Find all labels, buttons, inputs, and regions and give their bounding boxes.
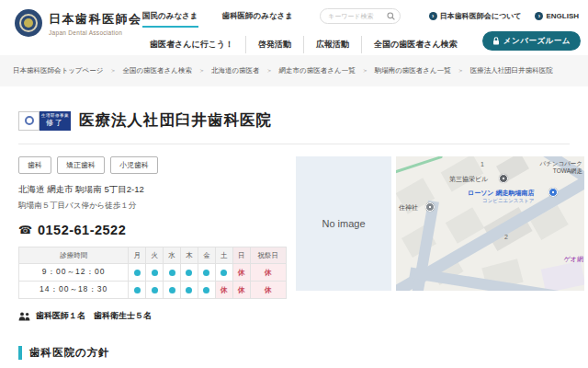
phone-number: 0152-61-2522 bbox=[38, 223, 126, 237]
lock-icon bbox=[492, 37, 500, 45]
keyword-search[interactable] bbox=[320, 8, 401, 24]
members-room-button[interactable]: メンバーズルーム bbox=[482, 31, 581, 51]
about-jda-label: 日本歯科医師会について bbox=[440, 11, 522, 21]
secondary-nav: 歯医者さんに行こう！ 啓発活動 広報活動 全国の歯医者さん検索 bbox=[138, 36, 469, 53]
jda-emblem-icon bbox=[15, 9, 42, 37]
section-accent-bar bbox=[18, 346, 22, 360]
badge-program-label: 生涯研修事業 bbox=[41, 114, 69, 119]
policy-section-header: 歯科医院の方針 bbox=[18, 346, 584, 360]
hours-header-holiday: 祝祭日 bbox=[250, 247, 286, 264]
media-column: No image 1 bbox=[296, 156, 584, 291]
hours-cell bbox=[164, 282, 181, 299]
hours-cell bbox=[129, 282, 146, 299]
map-label-pachinko-line1: パチンコパーク bbox=[540, 160, 582, 167]
map-label-lawson: ローソン 網走駒場南店 bbox=[468, 190, 534, 197]
search-input[interactable] bbox=[328, 13, 387, 19]
tag-pediatric: 小児歯科 bbox=[110, 156, 158, 174]
hours-row-afternoon: 14：00～18：30 休 休 休 bbox=[19, 282, 287, 299]
breadcrumb-separator: ＞ bbox=[266, 66, 273, 75]
search-icon[interactable] bbox=[387, 12, 395, 20]
map-label-pachinko: パチンコパーク TOWA網走 bbox=[540, 160, 582, 175]
nav-item-go-to-dentist[interactable]: 歯医者さんに行こう！ bbox=[138, 36, 245, 53]
nav-item-dentist-search[interactable]: 全国の歯医者さん検索 bbox=[361, 36, 469, 53]
hours-cell bbox=[215, 264, 232, 282]
hours-cell bbox=[146, 282, 164, 299]
main-content: 生涯研修事業 修了 医療法人社団臼井歯科医院 歯科 矯正歯科 小児歯科 北海道 … bbox=[0, 110, 588, 360]
open-dot-icon bbox=[169, 270, 175, 276]
breadcrumb-separator: ＞ bbox=[109, 66, 116, 75]
hours-row-morning: 9：00～12：00 休 休 bbox=[19, 264, 287, 282]
clinic-detail: 歯科 矯正歯科 小児歯科 北海道 網走市 駒場南 5丁目2-12 駒場南５丁目バ… bbox=[18, 156, 584, 322]
hours-cell: 休 bbox=[232, 282, 250, 299]
phone-icon: ☎ bbox=[18, 224, 32, 236]
open-dot-icon bbox=[169, 287, 175, 293]
open-dot-icon bbox=[203, 287, 209, 293]
about-jda-link[interactable]: 日本歯科医師会について bbox=[429, 11, 522, 21]
map-label-lawson-sub: コンビニエンスストア bbox=[482, 198, 534, 204]
open-dot-icon bbox=[220, 270, 227, 276]
badge-completed-label: 修了 bbox=[46, 120, 64, 127]
hours-header-wed: 水 bbox=[164, 247, 181, 264]
open-dot-icon bbox=[134, 287, 141, 293]
tag-orthodontics: 矯正歯科 bbox=[57, 156, 105, 174]
clinic-photo-placeholder: No image bbox=[296, 156, 391, 291]
map-label-shrine: 住神社 bbox=[399, 204, 418, 212]
map-label-geo: ゲオ網 bbox=[564, 256, 583, 263]
clinic-address: 北海道 網走市 駒場南 5丁目2-12 bbox=[18, 184, 287, 196]
hours-header-sun: 日 bbox=[232, 247, 250, 264]
hours-cell: 休 bbox=[232, 264, 250, 282]
breadcrumb-separator: ＞ bbox=[198, 66, 205, 75]
map-plot-number: 2 bbox=[504, 234, 508, 241]
hours-cell bbox=[181, 264, 198, 282]
breadcrumb: 日本歯科医師会トップページ ＞ 全国の歯医者さん検索 ＞ 北海道の歯医者 ＞ 網… bbox=[0, 55, 588, 86]
map-marker-lawson[interactable] bbox=[548, 188, 558, 197]
hours-cell bbox=[181, 282, 198, 299]
hours-cell bbox=[198, 282, 215, 299]
hours-time: 14：00～18：30 bbox=[19, 282, 129, 299]
open-dot-icon bbox=[203, 270, 209, 276]
open-dot-icon bbox=[186, 270, 192, 276]
map-marker-shrine[interactable] bbox=[425, 202, 435, 212]
no-image-label: No image bbox=[322, 218, 365, 229]
certification-badge-icon: 生涯研修事業 修了 bbox=[18, 111, 71, 131]
people-icon bbox=[18, 312, 30, 321]
office-hours-table: 診療時間 月 火 水 木 金 土 日 祝祭日 9：00～12：00 bbox=[18, 247, 287, 299]
map-marker-building[interactable] bbox=[499, 174, 508, 183]
hours-header-thu: 木 bbox=[181, 247, 198, 264]
logo-text: 日本歯科医師会 Japan Dental Association bbox=[49, 11, 142, 36]
arrow-circle-icon bbox=[535, 12, 543, 20]
map-label-pachinko-line2: TOWA網走 bbox=[540, 167, 582, 175]
clinic-name: 医療法人社団臼井歯科医院 bbox=[79, 110, 272, 131]
site-logo[interactable]: 日本歯科医師会 Japan Dental Association bbox=[15, 9, 142, 37]
map-block bbox=[541, 261, 584, 291]
breadcrumb-home[interactable]: 日本歯科医師会トップページ bbox=[13, 66, 103, 75]
arrow-circle-icon bbox=[429, 12, 437, 20]
breadcrumb-abashiri[interactable]: 網走市の歯医者さん一覧 bbox=[279, 66, 356, 75]
breadcrumb-current: 医療法人社団臼井歯科医院 bbox=[470, 66, 553, 75]
specialty-tags: 歯科 矯正歯科 小児歯科 bbox=[18, 156, 287, 174]
open-dot-icon bbox=[152, 270, 158, 276]
policy-section-title: 歯科医院の方針 bbox=[29, 346, 110, 360]
nav-tab-citizens[interactable]: 国民のみなさま bbox=[142, 11, 198, 28]
clinic-info-column: 歯科 矯正歯科 小児歯科 北海道 網走市 駒場南 5丁目2-12 駒場南５丁目バ… bbox=[18, 156, 287, 322]
nav-tab-dentists[interactable]: 歯科医師のみなさま bbox=[222, 11, 294, 28]
hours-time: 9：00～12：00 bbox=[19, 264, 129, 282]
site-header: 日本歯科医師会 Japan Dental Association 国民のみなさま… bbox=[0, 0, 588, 55]
hours-cell bbox=[164, 264, 181, 282]
english-link[interactable]: ENGLISH bbox=[535, 11, 579, 21]
hours-header-tue: 火 bbox=[146, 247, 164, 264]
members-room-label: メンバーズルーム bbox=[503, 36, 571, 47]
breadcrumb-komabaminami[interactable]: 駒場南の歯医者さん一覧 bbox=[375, 66, 451, 75]
nav-item-pr[interactable]: 広報活動 bbox=[303, 36, 361, 53]
nav-item-awareness[interactable]: 啓発活動 bbox=[245, 36, 303, 53]
hours-cell: 休 bbox=[250, 282, 286, 299]
staff-count: 歯科医師１名 歯科衛生士５名 bbox=[36, 310, 152, 322]
location-map[interactable]: 1 パチンコパーク TOWA網走 第三協栄ビル ローソン 網走駒場南店 コンビニ… bbox=[396, 156, 584, 291]
hours-header-row: 診療時間 月 火 水 木 金 土 日 祝祭日 bbox=[19, 247, 287, 264]
clinic-access: 駒場南５丁目バス停から徒歩１分 bbox=[18, 201, 287, 212]
hours-cell bbox=[129, 264, 146, 282]
breadcrumb-hokkaido[interactable]: 北海道の歯医者 bbox=[211, 66, 260, 75]
breadcrumb-search[interactable]: 全国の歯医者さん検索 bbox=[122, 66, 192, 75]
open-dot-icon bbox=[186, 287, 192, 293]
breadcrumb-separator: ＞ bbox=[362, 66, 368, 75]
